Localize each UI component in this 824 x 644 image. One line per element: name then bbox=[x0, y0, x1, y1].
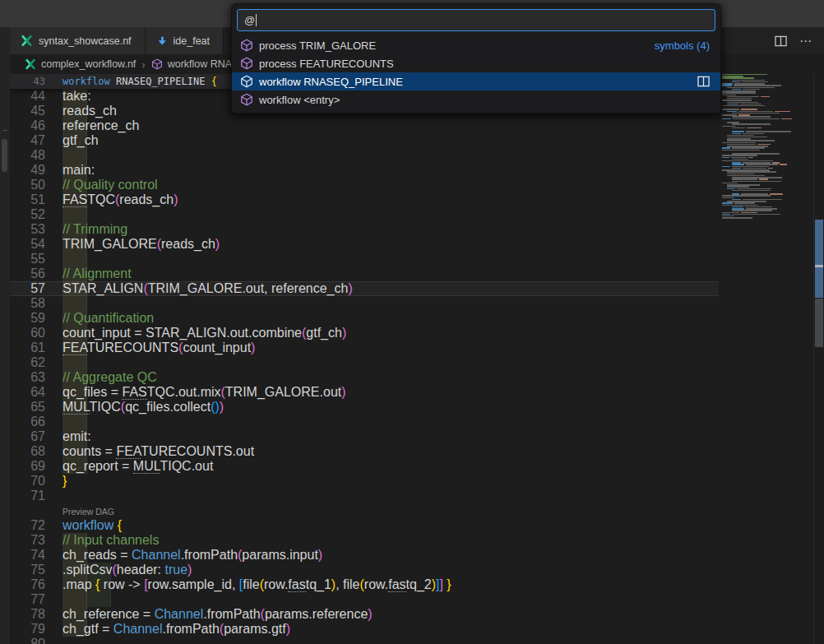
code-line[interactable]: 67 emit: bbox=[10, 429, 719, 444]
tab-ide-features[interactable]: ide_feat bbox=[146, 27, 224, 54]
code-line[interactable]: 59 // Quantification bbox=[10, 311, 719, 326]
quick-open-item[interactable]: workflow <entry> bbox=[232, 90, 720, 109]
minimap-line bbox=[722, 188, 804, 189]
line-number: 44 bbox=[10, 89, 45, 104]
breadcrumb-separator: › bbox=[141, 58, 145, 71]
minimap-line bbox=[722, 181, 804, 182]
code-line[interactable]: 50 // Quality control bbox=[10, 178, 719, 192]
item-label: process FEATURECOUNTS bbox=[259, 58, 394, 70]
code-line[interactable]: 65 MULTIQC(qc_files.collect()) bbox=[10, 400, 719, 415]
minimap-line bbox=[722, 74, 804, 75]
minimap-line bbox=[722, 202, 804, 203]
line-content: MULTIQC(qc_files.collect()) bbox=[62, 400, 719, 415]
breadcrumb-file[interactable]: complex_workflow.nf bbox=[41, 58, 136, 70]
minimap-line bbox=[722, 205, 804, 206]
code-line[interactable]: 43workflow RNASEQ_PIPELINE { bbox=[10, 74, 217, 89]
code-line[interactable]: 57 STAR_ALIGN(TRIM_GALORE.out, reference… bbox=[10, 281, 719, 296]
minimap-line bbox=[722, 160, 804, 161]
indent-highlight bbox=[62, 355, 87, 370]
code-line[interactable]: 46 reference_ch bbox=[10, 118, 719, 133]
code-line[interactable]: 70} bbox=[10, 474, 719, 489]
minimap-line bbox=[722, 169, 804, 170]
minimap-line bbox=[722, 102, 804, 103]
download-arrow-file-icon bbox=[156, 35, 168, 47]
nextflow-file-icon bbox=[21, 35, 33, 47]
code-line[interactable]: 60 count_input = STAR_ALIGN.out.combine(… bbox=[10, 326, 719, 341]
minimap-line bbox=[722, 144, 804, 145]
code-line[interactable]: 56 // Alignment bbox=[10, 266, 719, 281]
code-line[interactable]: 75 .splitCsv(header: true) bbox=[10, 563, 719, 577]
minimap[interactable] bbox=[722, 74, 804, 644]
code-line[interactable]: 53 // Trimming bbox=[10, 222, 719, 237]
quick-open-input[interactable]: @ bbox=[237, 9, 715, 31]
split-editor-icon[interactable] bbox=[775, 35, 787, 47]
line-number: 43 bbox=[10, 74, 45, 89]
code-area[interactable]: 44 take:45 reads_ch46 reference_ch47 gtf… bbox=[10, 89, 719, 644]
line-number: 64 bbox=[10, 385, 45, 400]
rail-scrollbar-thumb[interactable] bbox=[2, 139, 7, 172]
code-line[interactable]: 63 // Aggregate QC bbox=[10, 370, 719, 385]
minimap-line bbox=[722, 183, 804, 183]
open-to-side-icon[interactable] bbox=[697, 76, 710, 87]
line-content: emit: bbox=[62, 429, 719, 444]
quick-open-item[interactable]: process TRIM_GALORE symbols (4) bbox=[232, 36, 720, 54]
minimap-line bbox=[722, 80, 804, 81]
code-line[interactable]: 80 bbox=[10, 637, 719, 644]
code-line[interactable]: 54 TRIM_GALORE(reads_ch) bbox=[10, 237, 719, 252]
minimap-line bbox=[722, 212, 804, 213]
code-line[interactable]: 73 // Input channels bbox=[10, 533, 719, 548]
line-content: workflow RNASEQ_PIPELINE { bbox=[62, 74, 217, 89]
minimap-line bbox=[722, 153, 804, 154]
tab-syntax-showcase[interactable]: syntax_showcase.nf bbox=[10, 27, 146, 54]
code-line[interactable]: 49 main: bbox=[10, 163, 719, 178]
line-content: } bbox=[62, 474, 719, 489]
code-line[interactable]: 66 bbox=[10, 415, 719, 429]
code-line[interactable]: 74 ch_reads = Channel.fromPath(params.in… bbox=[10, 548, 719, 563]
code-line[interactable]: 76 .map { row -> [row.sample_id, [file(r… bbox=[10, 577, 719, 592]
minimap-line bbox=[722, 138, 804, 139]
line-number: 52 bbox=[10, 207, 45, 222]
minimap-line bbox=[722, 107, 804, 108]
code-line[interactable]: 79 ch_gtf = Channel.fromPath(params.gtf) bbox=[10, 622, 719, 637]
minimap-line bbox=[722, 210, 804, 211]
code-line[interactable]: 77 bbox=[10, 592, 719, 607]
code-line[interactable]: 64 qc_files = FASTQC.out.mix(TRIM_GALORE… bbox=[10, 385, 719, 400]
symbol-cube-icon bbox=[240, 57, 253, 70]
line-number: 60 bbox=[10, 326, 45, 341]
symbol-cube-icon bbox=[151, 58, 163, 70]
line-content: ch_gtf = Channel.fromPath(params.gtf) bbox=[62, 622, 719, 637]
line-content: FEATURECOUNTS(count_input) bbox=[62, 341, 719, 355]
code-line[interactable]: 71 bbox=[10, 489, 719, 503]
code-line[interactable]: 48 bbox=[10, 148, 719, 163]
tab-label: ide_feat bbox=[174, 35, 210, 47]
quick-open-item[interactable]: process FEATURECOUNTS bbox=[232, 54, 720, 72]
code-line[interactable]: 52 bbox=[10, 207, 719, 222]
symbol-cube-icon bbox=[240, 75, 253, 88]
line-content bbox=[62, 148, 719, 163]
quick-open-item-selected[interactable]: workflow RNASEQ_PIPELINE bbox=[232, 72, 720, 90]
line-number: 66 bbox=[10, 415, 45, 429]
scrollbar-thumb[interactable] bbox=[815, 299, 823, 347]
codelens-preview-dag[interactable]: Preview DAG bbox=[10, 503, 719, 518]
code-line[interactable]: 55 bbox=[10, 252, 719, 266]
editor-pane[interactable]: 43workflow RNASEQ_PIPELINE { 44 take:45 … bbox=[10, 74, 824, 644]
code-line[interactable]: 62 bbox=[10, 355, 719, 370]
code-line[interactable]: 51 FASTQC(reads_ch) bbox=[10, 192, 719, 207]
more-actions-icon[interactable]: ⋯ bbox=[799, 37, 812, 45]
line-content bbox=[62, 207, 719, 222]
minimap-line bbox=[722, 131, 804, 132]
code-line[interactable]: 68 counts = FEATURECOUNTS.out bbox=[10, 444, 719, 459]
minimap-line bbox=[722, 157, 804, 158]
code-line[interactable]: 61 FEATURECOUNTS(count_input) bbox=[10, 341, 719, 355]
minimap-line bbox=[722, 150, 804, 151]
code-line[interactable]: 47 gtf_ch bbox=[10, 133, 719, 148]
line-content bbox=[62, 252, 719, 266]
code-line[interactable]: 69 qc_report = MULTIQC.out bbox=[10, 459, 719, 474]
code-line[interactable]: 58 bbox=[10, 296, 719, 311]
overview-ruler[interactable] bbox=[813, 74, 824, 644]
indent-highlight bbox=[62, 252, 87, 266]
code-line[interactable]: 78 ch_reference = Channel.fromPath(param… bbox=[10, 607, 719, 622]
code-line[interactable]: 72workflow { bbox=[10, 518, 719, 533]
symbols-count-link[interactable]: symbols (4) bbox=[655, 39, 710, 52]
minimap-line bbox=[722, 123, 804, 124]
